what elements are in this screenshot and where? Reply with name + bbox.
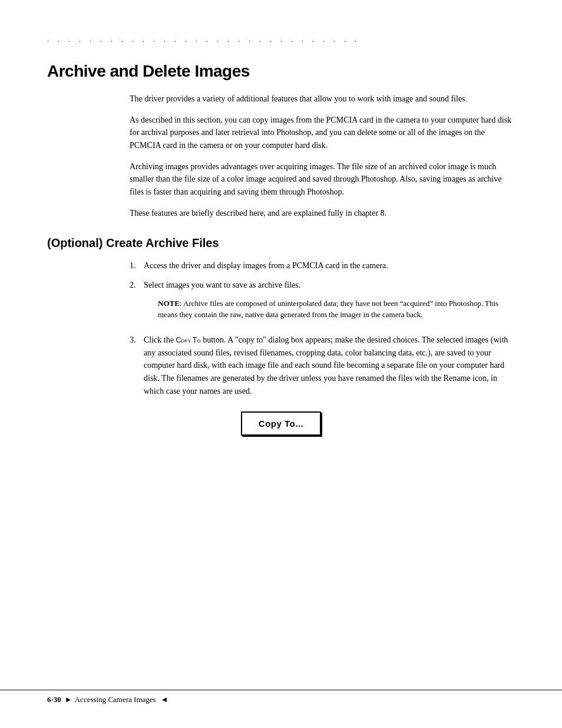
- footer-bar: 6-30 ► Accessing Camera Images ◄: [0, 690, 562, 704]
- footer-arrow-left: ◄: [161, 695, 168, 704]
- footer-section-name: Accessing Camera Images: [75, 695, 156, 704]
- list-content-3: Click the Copy To button. A "copy to" di…: [144, 334, 515, 397]
- note-text: : Archive files are composed of uninterp…: [158, 299, 498, 319]
- section-title: (Optional) Create Archive Files: [47, 236, 515, 250]
- list-number-2: 2.: [130, 279, 144, 292]
- dots-divider: . . . . . . . . . . . . . . . . . . . . …: [0, 0, 562, 44]
- list-content-2: Select images you want to save as archiv…: [144, 279, 515, 327]
- paragraph-2: As described in this section, you can co…: [130, 114, 515, 152]
- paragraph-1: The driver provides a variety of additio…: [130, 93, 515, 106]
- main-title: Archive and Delete Images: [47, 62, 515, 81]
- paragraph-3: Archiving images provides advantages ove…: [130, 160, 515, 199]
- note-label: NOTE: [158, 299, 180, 308]
- copy-to-button[interactable]: Copy To...: [241, 411, 321, 436]
- list-item-2: 2. Select images you want to save as arc…: [130, 279, 515, 327]
- footer-page-number: 6-30: [47, 695, 61, 704]
- body-text: The driver provides a variety of additio…: [130, 93, 515, 220]
- list-content-1: Access the driver and display images fro…: [144, 259, 515, 272]
- page-container: . . . . . . . . . . . . . . . . . . . . …: [0, 0, 562, 728]
- list-number-3: 3.: [130, 334, 144, 347]
- copy-to-button-container: Copy To...: [47, 411, 515, 436]
- dots-text: . . . . . . . . . . . . . . . . . . . . …: [47, 35, 360, 44]
- note-block: NOTE: Archive files are composed of unin…: [158, 298, 515, 321]
- list-number-1: 1.: [130, 259, 144, 272]
- list-item-1: 1. Access the driver and display images …: [130, 259, 515, 272]
- paragraph-4: These features are briefly described her…: [130, 207, 515, 220]
- numbered-list: 1. Access the driver and display images …: [130, 259, 515, 398]
- copy-to-small-caps: Copy To: [176, 336, 200, 344]
- footer-arrow-right: ►: [65, 695, 72, 704]
- list-text-2: Select images you want to save as archiv…: [144, 281, 300, 289]
- main-content: Archive and Delete Images The driver pro…: [0, 62, 562, 436]
- list-item-3: 3. Click the Copy To button. A "copy to"…: [130, 334, 515, 397]
